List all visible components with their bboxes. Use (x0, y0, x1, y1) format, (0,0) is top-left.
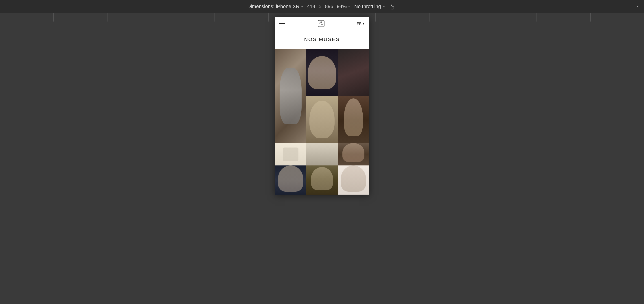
photo-grid (275, 49, 369, 195)
col-marker (590, 13, 644, 21)
page-title-section: NOS MUSES (275, 30, 369, 49)
col-marker (161, 13, 215, 21)
language-selector[interactable]: FR ▾ (357, 21, 365, 25)
col-marker (537, 13, 590, 21)
photo-cell-woman-sitting[interactable] (338, 49, 369, 96)
photo-cell-two-women[interactable] (306, 96, 338, 143)
height-value: 896 (325, 3, 333, 9)
lang-chevron-icon: ▾ (362, 21, 365, 25)
width-section: 414 (307, 3, 316, 9)
col-marker (429, 13, 483, 21)
photo-cell-woman-white[interactable] (338, 165, 369, 195)
dimension-x-separator: x (319, 3, 321, 9)
page-title: NOS MUSES (279, 36, 365, 42)
hamburger-line (279, 23, 285, 24)
devtools-toolbar: Dimensions: iPhone XR 414 x 896 94% No t… (0, 0, 644, 13)
photo-cell-cat-hand[interactable] (275, 49, 306, 143)
col-marker (376, 13, 429, 21)
col-marker (54, 13, 107, 21)
dimensions-label: Dimensions: iPhone XR (247, 3, 299, 9)
hamburger-line (279, 25, 285, 25)
hamburger-menu-button[interactable] (279, 22, 285, 25)
throttling-dropdown[interactable]: No throttling (354, 3, 385, 9)
throttling-label: No throttling (354, 3, 381, 9)
photo-cell-woman-bar[interactable] (306, 165, 338, 195)
zoom-value: 94% (337, 3, 347, 9)
col-marker (483, 13, 537, 21)
touch-emulation-button[interactable] (389, 2, 397, 10)
current-language: FR (357, 21, 362, 25)
photo-cell-sketch[interactable] (275, 143, 306, 165)
col-marker (107, 13, 161, 21)
photo-cell-woman-black[interactable] (338, 143, 369, 165)
svg-point-2 (320, 21, 322, 23)
hamburger-line (279, 22, 285, 22)
col-marker (215, 13, 268, 21)
photo-cell-group-dark[interactable] (306, 49, 338, 96)
col-marker (0, 13, 54, 21)
site-logo[interactable] (317, 19, 325, 27)
mobile-navigation: FR ▾ (275, 17, 369, 30)
mobile-viewport: FR ▾ NOS MUSES (275, 17, 369, 195)
photo-cell-man-suit[interactable] (275, 165, 306, 195)
width-value: 414 (307, 3, 316, 9)
photo-cell-coffee[interactable] (306, 143, 338, 165)
height-section: 896 (325, 3, 333, 9)
dimensions-dropdown[interactable]: Dimensions: iPhone XR (247, 3, 304, 9)
expand-panel-button[interactable] (636, 3, 640, 9)
photo-cell-woman-booth[interactable] (338, 96, 369, 143)
zoom-dropdown[interactable]: 94% (337, 3, 351, 9)
